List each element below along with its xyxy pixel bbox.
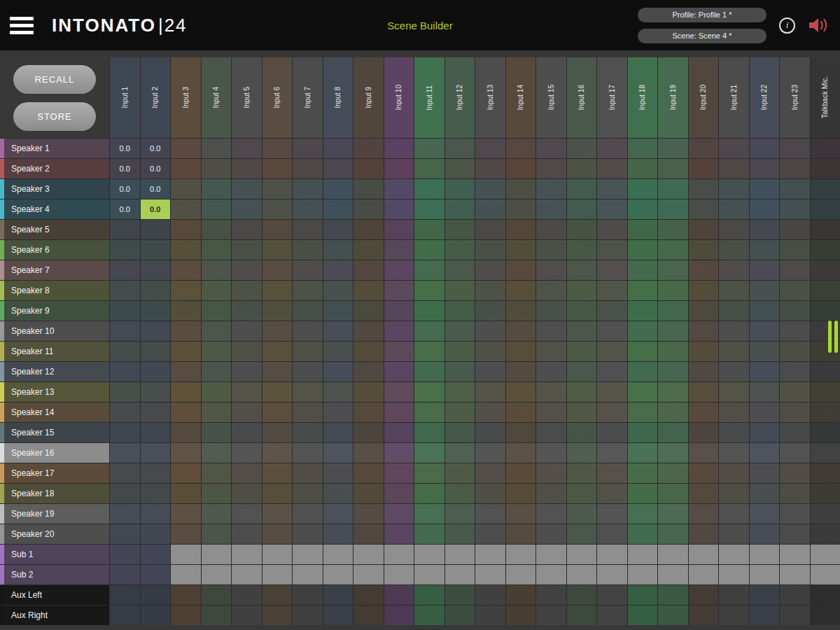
col-header-input-9[interactable]: Input 9	[354, 57, 384, 138]
matrix-cell[interactable]	[384, 321, 414, 341]
row-label-speaker-15[interactable]: Speaker 15	[0, 423, 109, 442]
matrix-cell[interactable]	[323, 321, 354, 341]
matrix-cell[interactable]	[536, 606, 566, 625]
matrix-cell[interactable]	[323, 159, 354, 178]
matrix-cell[interactable]	[506, 545, 536, 564]
matrix-cell[interactable]	[141, 585, 171, 605]
matrix-cell[interactable]	[780, 402, 810, 422]
matrix-cell[interactable]	[719, 524, 749, 544]
matrix-cell[interactable]	[232, 179, 262, 199]
matrix-cell[interactable]	[262, 362, 293, 382]
matrix-cell[interactable]: 0.0	[141, 200, 171, 219]
matrix-cell[interactable]	[567, 260, 597, 280]
matrix-cell[interactable]	[445, 200, 475, 219]
matrix-cell[interactable]	[567, 443, 597, 463]
row-label-speaker-14[interactable]: Speaker 14	[0, 402, 109, 422]
matrix-cell[interactable]	[567, 179, 597, 199]
matrix-cell[interactable]	[628, 463, 658, 483]
matrix-cell[interactable]	[384, 200, 414, 219]
matrix-cell[interactable]	[658, 382, 688, 402]
matrix-cell[interactable]	[354, 220, 384, 239]
matrix-cell[interactable]	[262, 321, 293, 341]
row-label-speaker-1[interactable]: Speaker 1	[0, 139, 109, 158]
matrix-cell[interactable]	[597, 402, 627, 422]
col-header-input-16[interactable]: Input 16	[567, 57, 597, 138]
matrix-cell[interactable]	[475, 423, 505, 442]
matrix-cell[interactable]	[354, 443, 384, 463]
matrix-cell[interactable]	[293, 159, 323, 178]
matrix-cell[interactable]	[414, 443, 444, 463]
matrix-cell[interactable]	[293, 139, 323, 158]
matrix-cell[interactable]	[536, 585, 566, 605]
col-header-input-4[interactable]: Input 4	[202, 57, 232, 138]
matrix-cell[interactable]	[780, 504, 810, 524]
matrix-cell[interactable]	[750, 159, 780, 178]
matrix-cell[interactable]	[689, 200, 719, 219]
row-label-speaker-2[interactable]: Speaker 2	[0, 159, 109, 178]
matrix-cell[interactable]	[689, 402, 719, 422]
matrix-cell[interactable]: 0.0	[141, 179, 171, 199]
matrix-cell[interactable]	[811, 463, 840, 483]
matrix-cell[interactable]	[262, 301, 293, 321]
matrix-cell[interactable]	[171, 606, 201, 625]
matrix-cell[interactable]	[202, 484, 232, 503]
matrix-cell[interactable]	[597, 139, 627, 158]
matrix-cell[interactable]	[719, 423, 749, 442]
matrix-cell[interactable]	[567, 139, 597, 158]
matrix-cell[interactable]: 0.0	[141, 139, 171, 158]
matrix-cell[interactable]	[414, 159, 444, 178]
matrix-cell[interactable]	[628, 565, 658, 584]
matrix-cell[interactable]	[202, 504, 232, 524]
matrix-cell[interactable]	[536, 159, 566, 178]
matrix-cell[interactable]	[536, 260, 566, 280]
matrix-cell[interactable]	[141, 484, 171, 503]
matrix-cell[interactable]	[384, 402, 414, 422]
matrix-cell[interactable]	[202, 301, 232, 321]
matrix-cell[interactable]	[110, 382, 140, 402]
matrix-cell[interactable]	[536, 504, 566, 524]
matrix-cell[interactable]	[811, 159, 840, 178]
matrix-cell[interactable]	[811, 260, 840, 280]
matrix-cell[interactable]	[475, 585, 505, 605]
matrix-cell[interactable]	[414, 402, 444, 422]
matrix-cell[interactable]	[506, 321, 536, 341]
matrix-cell[interactable]	[658, 585, 688, 605]
matrix-cell[interactable]	[384, 382, 414, 402]
matrix-cell[interactable]	[689, 240, 719, 260]
matrix-cell[interactable]	[567, 402, 597, 422]
matrix-cell[interactable]	[780, 281, 810, 300]
matrix-cell[interactable]	[719, 484, 749, 503]
matrix-cell[interactable]: 0.0	[110, 200, 140, 219]
row-label-sub-2[interactable]: Sub 2	[0, 565, 109, 584]
col-header-input-6[interactable]: Input 6	[262, 57, 293, 138]
matrix-cell[interactable]	[171, 463, 201, 483]
matrix-cell[interactable]	[567, 484, 597, 503]
col-header-input-14[interactable]: Input 14	[506, 57, 536, 138]
matrix-cell[interactable]	[567, 382, 597, 402]
matrix-cell[interactable]	[414, 463, 444, 483]
matrix-cell[interactable]	[719, 504, 749, 524]
matrix-cell[interactable]	[750, 301, 780, 321]
matrix-cell[interactable]	[171, 524, 201, 544]
matrix-cell[interactable]	[536, 443, 566, 463]
matrix-cell[interactable]	[597, 382, 627, 402]
matrix-cell[interactable]	[262, 220, 293, 239]
matrix-cell[interactable]	[780, 484, 810, 503]
matrix-cell[interactable]	[780, 382, 810, 402]
matrix-cell[interactable]	[323, 382, 354, 402]
row-label-aux-left[interactable]: Aux Left	[0, 585, 109, 605]
matrix-cell[interactable]	[141, 260, 171, 280]
matrix-cell[interactable]	[597, 200, 627, 219]
matrix-cell[interactable]	[475, 402, 505, 422]
col-header-input-19[interactable]: Input 19	[658, 57, 688, 138]
matrix-cell[interactable]	[719, 545, 749, 564]
row-label-speaker-20[interactable]: Speaker 20	[0, 524, 109, 544]
matrix-cell[interactable]	[597, 301, 627, 321]
matrix-cell[interactable]	[414, 179, 444, 199]
matrix-cell[interactable]	[110, 524, 140, 544]
mute-speaker-icon[interactable]	[808, 17, 829, 34]
matrix-cell[interactable]	[293, 606, 323, 625]
matrix-cell[interactable]	[262, 382, 293, 402]
matrix-cell[interactable]	[750, 402, 780, 422]
matrix-cell[interactable]	[811, 606, 840, 625]
